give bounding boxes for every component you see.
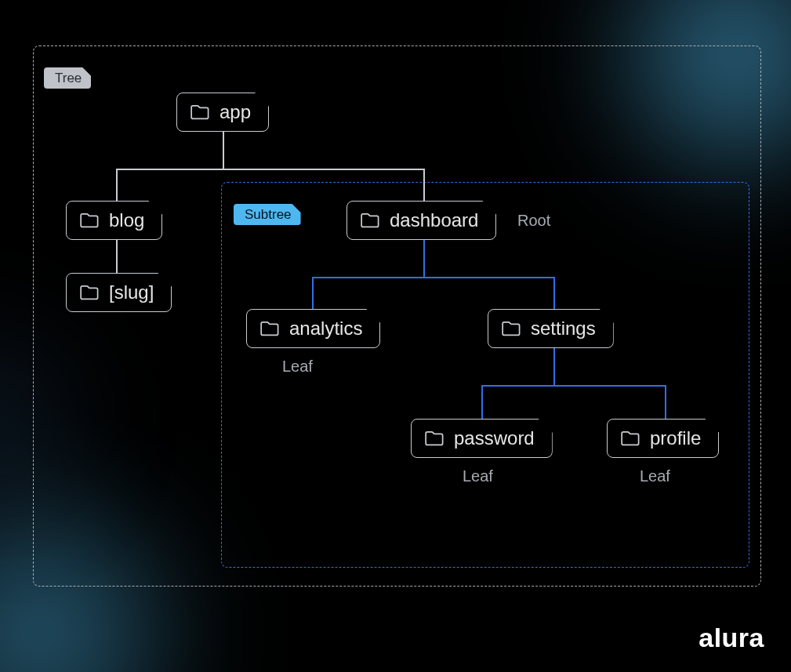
annotation-leaf-profile: Leaf [640,467,670,485]
connector [223,132,224,169]
node-label: dashboard [390,209,478,231]
brand-wordmark: alura [698,623,764,653]
node-label: settings [531,318,596,340]
connector [312,277,554,278]
node-settings: settings [488,309,614,348]
annotation-leaf-analytics: Leaf [282,358,313,376]
node-slug: [slug] [66,273,172,312]
diagram-stage: Tree Subtree app blog [slug] [0,0,791,672]
folder-icon [501,320,521,337]
node-analytics: analytics [246,309,380,348]
connector [423,169,425,201]
node-label: [slug] [109,282,154,303]
connector [116,169,424,170]
folder-icon [79,284,100,301]
connector [665,385,666,419]
connector [553,348,555,385]
connector [553,277,555,309]
annotation-root: Root [517,212,550,230]
connector [423,240,425,277]
folder-icon [360,212,380,229]
connector [116,169,118,201]
node-blog: blog [66,201,162,240]
folder-icon [190,104,210,121]
node-app: app [176,93,269,132]
node-password: password [411,419,553,458]
connector [481,385,666,387]
node-profile: profile [607,419,719,458]
folder-icon [424,430,444,447]
folder-icon [620,430,640,447]
connector [312,277,314,309]
connector [116,240,118,273]
node-dashboard: dashboard [347,201,496,240]
node-label: analytics [289,318,362,340]
annotation-leaf-password: Leaf [463,467,493,485]
folder-icon [259,320,280,337]
node-label: app [220,101,251,123]
node-label: profile [650,427,701,449]
node-label: password [454,427,535,449]
node-label: blog [109,209,144,231]
folder-icon [79,212,100,229]
badge-tree: Tree [44,67,91,89]
connector [481,385,483,419]
badge-subtree: Subtree [234,204,301,225]
